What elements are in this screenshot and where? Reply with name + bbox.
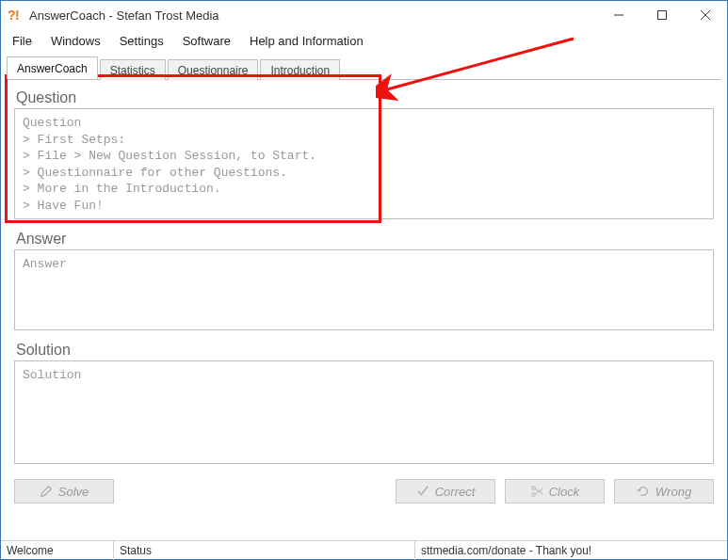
status-bar: Welcome Status sttmedia.com/donate - Tha… bbox=[1, 540, 727, 559]
answer-label: Answer bbox=[16, 231, 714, 248]
solve-button[interactable]: Solve bbox=[14, 479, 114, 504]
menu-file[interactable]: File bbox=[3, 31, 41, 51]
menu-windows[interactable]: Windows bbox=[41, 31, 110, 51]
answer-textbox[interactable]: Answer bbox=[14, 249, 714, 330]
maximize-button[interactable] bbox=[640, 1, 684, 29]
scissors-icon bbox=[530, 485, 543, 498]
clock-button-label: Clock bbox=[549, 485, 580, 499]
pencil-icon bbox=[40, 485, 53, 498]
correct-button-label: Correct bbox=[435, 485, 476, 499]
menu-bar: File Windows Settings Software Help and … bbox=[1, 29, 727, 52]
close-button[interactable] bbox=[684, 1, 727, 29]
solution-textbox[interactable]: Solution bbox=[14, 360, 714, 464]
wrong-button-label: Wrong bbox=[655, 485, 691, 499]
title-bar: ? ! AnswerCoach - Stefan Trost Media bbox=[1, 1, 727, 29]
svg-rect-2 bbox=[658, 11, 667, 20]
status-welcome: Welcome bbox=[1, 541, 114, 560]
bottom-button-row: Solve Correct Clock Wrong bbox=[14, 475, 714, 511]
menu-settings[interactable]: Settings bbox=[110, 31, 173, 51]
menu-software[interactable]: Software bbox=[173, 31, 240, 51]
check-icon bbox=[416, 485, 429, 498]
refresh-icon bbox=[637, 485, 650, 498]
wrong-button[interactable]: Wrong bbox=[614, 479, 714, 504]
status-status: Status bbox=[114, 541, 415, 560]
tab-statistics[interactable]: Statistics bbox=[100, 59, 166, 80]
clock-button[interactable]: Clock bbox=[505, 479, 605, 504]
minimize-button[interactable] bbox=[597, 1, 640, 29]
tab-content: Question Question > First Setps: > File … bbox=[1, 80, 727, 540]
close-icon bbox=[701, 10, 710, 20]
svg-point-4 bbox=[531, 493, 535, 497]
tab-answercoach[interactable]: AnswerCoach bbox=[7, 56, 98, 79]
app-icon: ? ! bbox=[7, 7, 24, 24]
question-textbox[interactable]: Question > First Setps: > File > New Que… bbox=[14, 108, 714, 219]
tab-introduction[interactable]: Introduction bbox=[260, 59, 340, 80]
menu-help[interactable]: Help and Information bbox=[240, 31, 373, 51]
minimize-icon bbox=[614, 10, 623, 20]
solve-button-label: Solve bbox=[58, 485, 89, 499]
svg-text:!: ! bbox=[15, 8, 20, 23]
app-window: ? ! AnswerCoach - Stefan Trost Media Fil… bbox=[0, 0, 728, 560]
question-label: Question bbox=[16, 89, 714, 106]
correct-button[interactable]: Correct bbox=[396, 479, 495, 504]
maximize-icon bbox=[657, 10, 667, 20]
svg-point-3 bbox=[531, 487, 535, 490]
status-donate: sttmedia.com/donate - Thank you! bbox=[415, 541, 727, 560]
tab-questionnaire[interactable]: Questionnaire bbox=[168, 59, 259, 80]
window-title: AnswerCoach - Stefan Trost Media bbox=[29, 8, 219, 23]
tab-strip: AnswerCoach Statistics Questionnaire Int… bbox=[7, 57, 721, 80]
solution-label: Solution bbox=[16, 342, 714, 359]
